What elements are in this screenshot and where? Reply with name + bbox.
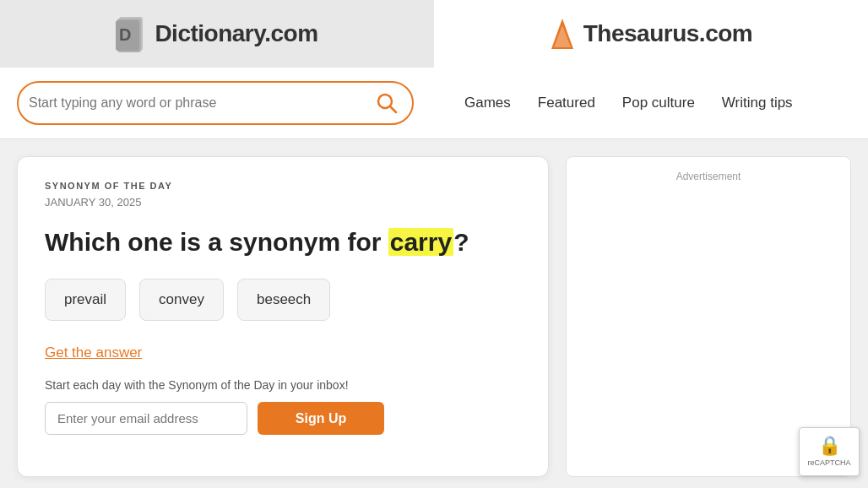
nav-item-games[interactable]: Games — [464, 95, 511, 111]
header: D Dictionary.com Thesaurus.com — [0, 0, 868, 68]
thes-logo-icon — [550, 17, 575, 51]
signup-prompt: Start each day with the Synonym of the D… — [45, 378, 521, 392]
option-prevail[interactable]: prevail — [45, 279, 126, 321]
search-nav-area: Games Featured Pop culture Writing tips — [0, 68, 868, 139]
signup-button[interactable]: Sign Up — [258, 402, 384, 435]
main-nav: Games Featured Pop culture Writing tips — [464, 95, 793, 111]
question-after: ? — [453, 228, 469, 256]
email-input[interactable] — [45, 402, 247, 435]
option-beseech[interactable]: beseech — [237, 279, 330, 321]
main-content: SYNONYM OF THE DAY JANUARY 30, 2025 Whic… — [0, 139, 868, 488]
card-question: Which one is a synonym for carry? — [45, 225, 521, 258]
ad-label: Advertisement — [676, 171, 741, 182]
question-before: Which one is a synonym for — [45, 228, 388, 256]
thesaurus-logo[interactable]: Thesaurus.com — [550, 17, 752, 51]
dict-logo-icon: D — [116, 15, 146, 52]
svg-text:D: D — [119, 25, 131, 44]
option-convey[interactable]: convey — [139, 279, 224, 321]
options-group: prevail convey beseech — [45, 279, 521, 321]
get-answer-link[interactable]: Get the answer — [45, 344, 142, 361]
search-button[interactable] — [372, 88, 402, 118]
svg-line-7 — [390, 106, 396, 112]
email-row: Sign Up — [45, 402, 521, 435]
recaptcha-text: reCAPTCHA — [808, 458, 851, 469]
thes-header: Thesaurus.com — [434, 0, 868, 68]
recaptcha-icon: 🔒 — [818, 435, 841, 457]
recaptcha-badge: 🔒 reCAPTCHA — [799, 427, 860, 476]
dict-header: D Dictionary.com — [0, 0, 434, 68]
search-icon — [375, 91, 399, 115]
dictionary-logo[interactable]: D Dictionary.com — [116, 15, 317, 52]
card-date: JANUARY 30, 2025 — [45, 196, 521, 209]
nav-item-writing-tips[interactable]: Writing tips — [722, 95, 793, 111]
search-bar — [17, 81, 414, 125]
nav-item-pop-culture[interactable]: Pop culture — [622, 95, 695, 111]
thes-logo-text: Thesaurus.com — [583, 20, 752, 47]
question-word: carry — [388, 228, 453, 256]
dict-logo-text: Dictionary.com — [155, 20, 317, 47]
synonym-card: SYNONYM OF THE DAY JANUARY 30, 2025 Whic… — [17, 156, 549, 477]
nav-item-featured[interactable]: Featured — [538, 95, 595, 111]
search-input[interactable] — [29, 95, 372, 111]
card-label: SYNONYM OF THE DAY — [45, 181, 521, 191]
